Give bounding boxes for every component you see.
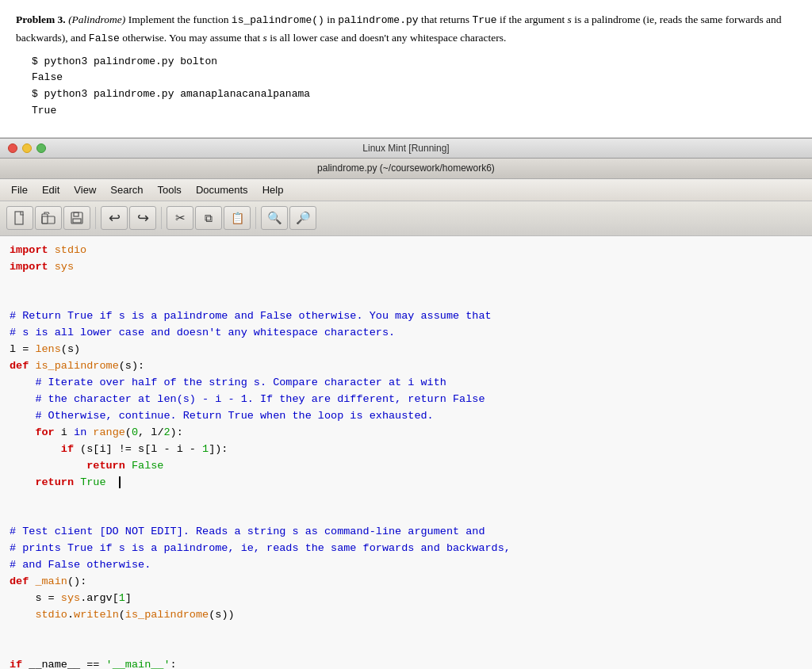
menu-tools[interactable]: Tools xyxy=(151,182,188,197)
close-dot[interactable] xyxy=(8,143,17,153)
open-file-button[interactable] xyxy=(35,206,62,230)
save-file-button[interactable] xyxy=(63,206,90,230)
new-file-button[interactable] xyxy=(6,206,33,230)
svg-rect-1 xyxy=(42,214,48,224)
separator-1 xyxy=(95,207,96,229)
code-line-empty-6 xyxy=(10,640,802,657)
code-line-def-main: def _main(): xyxy=(10,574,802,591)
code-line-def-palindrome: def is_palindrome(s): xyxy=(10,358,802,375)
terminal-title: Linux Mint [Running] xyxy=(362,143,449,154)
toolbar: ↩ ↪ ✂ ⧉ 📋 🔍 🔎 xyxy=(0,201,812,236)
clipboard-buttons: ✂ ⧉ 📋 xyxy=(167,206,251,230)
separator-3 xyxy=(255,207,256,229)
code-line-for-loop: for i in range(0, l/2): xyxy=(10,425,802,442)
undo-redo-buttons: ↩ ↪ xyxy=(101,206,156,230)
code-line-comment-2: # s is all lower case and doesn't any wh… xyxy=(10,325,802,342)
menu-search[interactable]: Search xyxy=(104,182,149,197)
code-line-comment-4: # the character at len(s) - i - 1. If th… xyxy=(10,392,802,408)
code-line-import-sys: import sys xyxy=(10,259,802,276)
code-line-empty-4 xyxy=(10,508,802,525)
svg-rect-0 xyxy=(15,212,23,224)
code-line-comment-test-3: # and False otherwise. xyxy=(10,557,802,574)
svg-rect-4 xyxy=(74,212,79,216)
svg-rect-5 xyxy=(73,219,81,223)
file-buttons xyxy=(6,206,90,230)
code-line-return-true: return True xyxy=(10,475,802,491)
true-kw-code: True xyxy=(472,14,496,26)
code-line-empty-5 xyxy=(10,624,802,640)
search-replace-button[interactable]: 🔎 xyxy=(289,206,316,230)
var-s2: s xyxy=(263,32,267,44)
file-name-code: palindrome.py xyxy=(338,14,418,26)
code-line-empty-1 xyxy=(10,276,802,292)
menu-view[interactable]: View xyxy=(67,182,102,197)
search-buttons: 🔍 🔎 xyxy=(261,206,316,230)
maximize-dot[interactable] xyxy=(36,143,46,153)
code-line-return-false: return False xyxy=(10,458,802,475)
menu-edit[interactable]: Edit xyxy=(36,182,66,197)
code-line-empty-3 xyxy=(10,491,802,508)
func-name-code: is_palindrome() xyxy=(232,14,324,26)
open-file-icon xyxy=(41,211,56,225)
code-line-l-assign: l = lens(s) xyxy=(10,342,802,358)
code-line-1: $ python3 palindrome.py bolton xyxy=(32,54,796,71)
code-line-if-stmt: if (s[i] != s[l - i - 1]): xyxy=(10,442,802,458)
code-line-writeln: stdio.writeln(is_palindrome(s)) xyxy=(10,607,802,624)
code-line-2: False xyxy=(32,70,796,86)
code-editor[interactable]: import stdio import sys # Return True if… xyxy=(0,236,812,669)
editor-titlebar: palindrome.py (~/coursework/homework6) xyxy=(0,159,812,179)
code-line-comment-test-2: # prints True if s is a palindrome, ie, … xyxy=(10,541,802,557)
code-line-comment-3: # Iterate over half of the string s. Com… xyxy=(10,375,802,392)
redo-button[interactable]: ↪ xyxy=(129,206,156,230)
terminal-titlebar: Linux Mint [Running] xyxy=(0,138,812,159)
problem-label: Problem 3. xyxy=(16,13,66,25)
false-kw-code: False xyxy=(89,32,120,44)
code-line-if-main: if __name__ == '__main__': xyxy=(10,657,802,669)
svg-rect-2 xyxy=(42,216,55,224)
menu-help[interactable]: Help xyxy=(256,182,290,197)
editor-title: palindrome.py (~/coursework/homework6) xyxy=(317,162,495,174)
cut-button[interactable]: ✂ xyxy=(167,206,193,230)
save-file-icon xyxy=(70,211,84,225)
search-button[interactable]: 🔍 xyxy=(261,206,288,230)
undo-button[interactable]: ↩ xyxy=(101,206,128,230)
minimize-dot[interactable] xyxy=(22,143,32,153)
code-line-3: $ python3 palindrome.py amanaplanacanalp… xyxy=(32,86,796,103)
new-file-icon xyxy=(13,211,27,225)
copy-button[interactable]: ⧉ xyxy=(195,206,222,230)
code-line-s-assign: s = sys.argv[1] xyxy=(10,591,802,607)
code-line-import-stdio: import stdio xyxy=(10,243,802,259)
menubar: File Edit View Search Tools Documents He… xyxy=(0,179,812,201)
separator-2 xyxy=(161,207,162,229)
code-line-comment-test-1: # Test client [DO NOT EDIT]. Reads a str… xyxy=(10,524,802,541)
window-controls xyxy=(8,143,46,153)
code-line-4: True xyxy=(32,103,796,120)
var-s: s xyxy=(568,13,572,25)
code-line-comment-5: # Otherwise, continue. Return True when … xyxy=(10,408,802,425)
paste-button[interactable]: 📋 xyxy=(224,206,251,230)
menu-file[interactable]: File xyxy=(5,182,34,197)
menu-documents[interactable]: Documents xyxy=(190,182,255,197)
example-code-block: $ python3 palindrome.py bolton False $ p… xyxy=(32,54,796,120)
problem-type: (Palindrome) xyxy=(68,13,125,25)
problem-panel: Problem 3. (Palindrome) Implement the fu… xyxy=(0,0,812,138)
code-line-comment-1: # Return True if s is a palindrome and F… xyxy=(10,308,802,325)
code-line-empty-2 xyxy=(10,292,802,309)
